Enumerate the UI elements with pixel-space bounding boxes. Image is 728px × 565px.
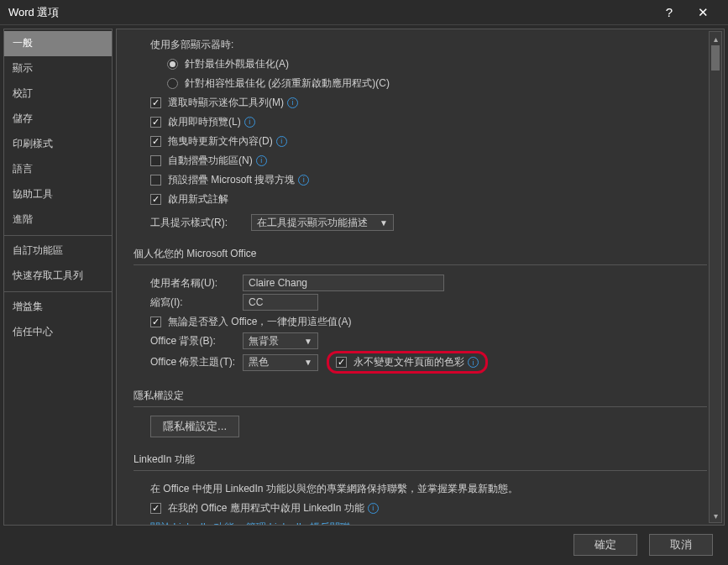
sidebar-item[interactable]: 快速存取工具列 <box>4 264 112 289</box>
check-new-comments[interactable] <box>150 194 161 205</box>
username-label: 使用者名稱(U): <box>150 276 243 290</box>
initials-label: 縮寫(I): <box>150 296 243 310</box>
section-privacy: 隱私權設定 <box>134 389 707 407</box>
scroll-thumb[interactable] <box>711 45 720 71</box>
check-drag-update[interactable] <box>150 136 161 147</box>
link-manage-linkedin[interactable]: 管理 LinkedIn 帳戶關聯 <box>246 521 350 526</box>
info-icon[interactable] <box>287 97 298 108</box>
check-never-change-color[interactable] <box>336 357 347 368</box>
initials-input[interactable] <box>243 294 318 311</box>
highlighted-option: 永不變更文件頁面的色彩 <box>327 351 488 374</box>
info-icon[interactable] <box>244 117 255 128</box>
check-always-use-label: 無論是否登入 Office，一律使用這些值(A) <box>168 315 351 329</box>
check-collapse-search[interactable] <box>150 175 161 186</box>
check-auto-collapse-label: 自動摺疊功能區(N) <box>168 154 253 168</box>
check-linkedin-enable[interactable] <box>150 503 161 514</box>
sidebar-item[interactable]: 信任中心 <box>4 320 112 345</box>
sidebar-item[interactable]: 一般 <box>4 31 112 56</box>
tooltip-style-select[interactable]: 在工具提示顯示功能描述 ▼ <box>251 214 394 231</box>
sidebar-item[interactable]: 自訂功能區 <box>4 238 112 264</box>
tooltip-style-label: 工具提示樣式(R): <box>150 216 251 230</box>
main-panel: 使用多部顯示器時: 針對最佳外觀最佳化(A) 針對相容性最佳化 (必須重新啟動應… <box>116 29 725 526</box>
chevron-down-icon: ▼ <box>380 218 388 228</box>
ok-button[interactable]: 確定 <box>573 534 637 556</box>
help-button[interactable]: ? <box>652 5 686 19</box>
check-new-comments-label: 啟用新式註解 <box>168 192 228 207</box>
sidebar-item[interactable]: 增益集 <box>4 295 112 320</box>
linkedin-desc: 在 Office 中使用 LinkedIn 功能以與您的專業網路保持聯繫，並掌握… <box>134 479 707 498</box>
check-linkedin-enable-label: 在我的 Office 應用程式中啟用 LinkedIn 功能 <box>168 501 364 515</box>
check-live-preview[interactable] <box>150 117 161 128</box>
check-auto-collapse[interactable] <box>150 155 161 166</box>
check-always-use[interactable] <box>150 317 161 327</box>
office-theme-label: Office 佈景主題(T): <box>150 355 243 369</box>
username-input[interactable] <box>243 275 444 291</box>
title-bar: Word 選項 ? ✕ <box>0 0 728 25</box>
radio-compat-label: 針對相容性最佳化 (必須重新啟動應用程式)(C) <box>185 76 390 91</box>
check-mini-toolbar[interactable] <box>150 97 161 108</box>
window-title: Word 選項 <box>8 5 652 20</box>
info-icon[interactable] <box>276 136 287 147</box>
office-bg-select[interactable]: 無背景 ▼ <box>243 332 318 349</box>
sidebar-item[interactable]: 進階 <box>4 207 112 233</box>
sidebar-item[interactable]: 協助工具 <box>4 182 112 207</box>
office-bg-label: Office 背景(B): <box>150 334 243 348</box>
privacy-settings-button[interactable]: 隱私權設定... <box>150 416 239 437</box>
scroll-down-icon[interactable]: ▾ <box>710 509 721 522</box>
check-never-change-color-label: 永不變更文件頁面的色彩 <box>354 355 464 369</box>
sidebar-item[interactable]: 顯示 <box>4 56 112 81</box>
info-icon[interactable] <box>368 503 379 514</box>
radio-best-appearance-label: 針對最佳外觀最佳化(A) <box>185 57 289 71</box>
office-theme-value: 黑色 <box>249 355 269 369</box>
sidebar-item[interactable]: 儲存 <box>4 107 112 132</box>
radio-best-appearance[interactable] <box>167 59 178 70</box>
multi-display-label: 使用多部顯示器時: <box>134 35 707 54</box>
check-live-preview-label: 啟用即時預覽(L) <box>168 115 241 129</box>
scroll-up-icon[interactable]: ▴ <box>710 32 721 45</box>
tooltip-style-value: 在工具提示顯示功能描述 <box>257 216 368 230</box>
check-mini-toolbar-label: 選取時顯示迷你工具列(M) <box>168 96 284 110</box>
info-icon[interactable] <box>256 155 267 166</box>
office-theme-select[interactable]: 黑色 ▼ <box>243 354 318 371</box>
link-about-linkedin[interactable]: 關於 LinkedIn 功能 <box>150 521 234 526</box>
section-linkedin: LinkedIn 功能 <box>134 453 707 471</box>
radio-compat[interactable] <box>167 78 178 89</box>
chevron-down-icon: ▼ <box>304 337 312 346</box>
dialog-footer: 確定 取消 <box>0 529 728 561</box>
check-drag-update-label: 拖曳時更新文件內容(D) <box>168 134 273 149</box>
section-personalize: 個人化您的 Microsoft Office <box>134 247 707 265</box>
sidebar-item[interactable]: 印刷樣式 <box>4 132 112 157</box>
check-collapse-search-label: 預設摺疊 Microsoft 搜尋方塊 <box>168 173 295 187</box>
chevron-down-icon: ▼ <box>304 358 312 367</box>
info-icon[interactable] <box>468 357 479 368</box>
sidebar-item[interactable]: 語言 <box>4 157 112 182</box>
sidebar-item[interactable]: 校訂 <box>4 81 112 107</box>
vertical-scrollbar[interactable]: ▴ ▾ <box>709 31 722 523</box>
office-bg-value: 無背景 <box>249 334 279 348</box>
info-icon[interactable] <box>298 175 309 186</box>
close-button[interactable]: ✕ <box>686 5 720 20</box>
sidebar: 一般顯示校訂儲存印刷樣式語言協助工具進階自訂功能區快速存取工具列增益集信任中心 <box>3 29 113 526</box>
cancel-button[interactable]: 取消 <box>649 534 713 556</box>
